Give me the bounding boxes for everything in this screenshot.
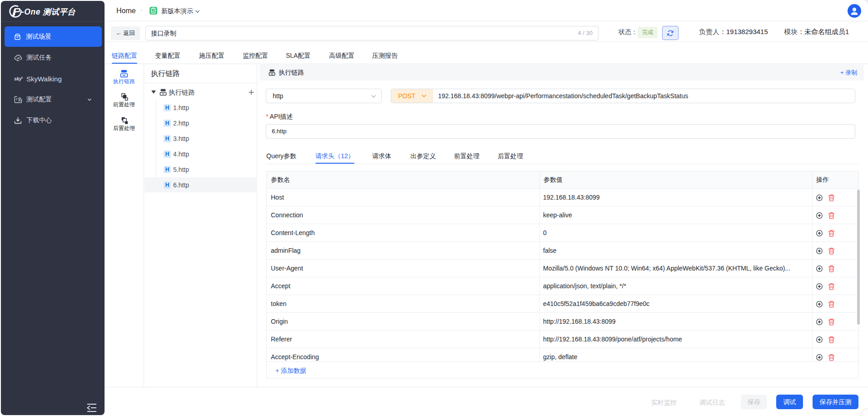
svg-text:sky: sky [14, 76, 22, 81]
